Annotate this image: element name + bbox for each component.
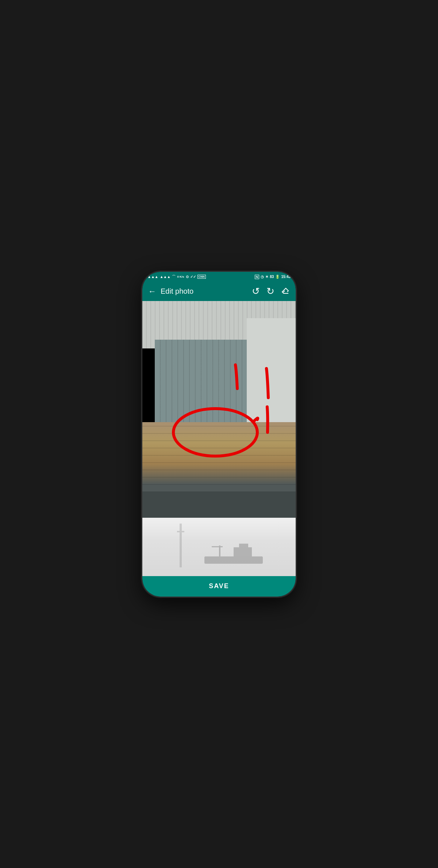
undo-button[interactable]: ↺ [252, 286, 260, 297]
status-left: ▲▲▲ ▲▲▲ ⌒ 0 K/s ⊙ ✓✓ CNN [147, 274, 206, 279]
save-label: SAVE [209, 582, 229, 590]
browser-icon: ⊙ [186, 275, 189, 279]
save-button[interactable]: SAVE [142, 576, 296, 597]
status-right: N ◷ ✶ 83 🔋 15:43 [255, 275, 291, 279]
bottom-steel [142, 491, 296, 517]
main-content [142, 301, 296, 576]
floor-area [142, 422, 296, 491]
bluetooth-icon: ✶ [265, 275, 268, 279]
svg-rect-4 [212, 546, 223, 547]
eraser-button[interactable] [281, 286, 290, 297]
svg-rect-3 [219, 545, 220, 558]
time-display: 15:43 [281, 275, 291, 279]
back-button[interactable]: ← [148, 287, 156, 296]
svg-rect-5 [180, 524, 182, 567]
phone-frame: ▲▲▲ ▲▲▲ ⌒ 0 K/s ⊙ ✓✓ CNN N ◷ ✶ 83 🔋 15:4… [142, 272, 296, 597]
battery-icon: 🔋 [275, 275, 280, 279]
svg-rect-6 [177, 531, 184, 532]
check-icon: ✓✓ [190, 275, 196, 279]
photo-area[interactable] [142, 301, 296, 518]
redo-button[interactable]: ↻ [266, 286, 274, 297]
page-title: Edit photo [161, 287, 193, 296]
ship-silhouette [197, 538, 270, 569]
top-bar-actions: ↺ ↻ [252, 286, 290, 297]
signal-icon: ▲▲▲ [147, 275, 158, 279]
svg-rect-2 [239, 544, 248, 549]
battery-text: 83 [270, 275, 274, 279]
clock-icon: ◷ [261, 275, 264, 279]
news-icon: CNN [197, 275, 206, 279]
speed-text: 0 K/s [177, 275, 184, 278]
top-bar-left: ← Edit photo [148, 287, 193, 296]
phone-screen: ▲▲▲ ▲▲▲ ⌒ 0 K/s ⊙ ✓✓ CNN N ◷ ✶ 83 🔋 15:4… [142, 272, 296, 597]
thumbnail-content [142, 518, 296, 576]
wifi-icon: ⌒ [172, 274, 176, 279]
crane-silhouette [173, 524, 188, 569]
container-background [142, 301, 296, 518]
status-bar: ▲▲▲ ▲▲▲ ⌒ 0 K/s ⊙ ✓✓ CNN N ◷ ✶ 83 🔋 15:4… [142, 272, 296, 282]
thumbnail-strip [142, 518, 296, 576]
nfc-icon: N [255, 275, 260, 279]
top-bar: ← Edit photo ↺ ↻ [142, 282, 296, 301]
signal2-icon: ▲▲▲ [160, 275, 171, 279]
